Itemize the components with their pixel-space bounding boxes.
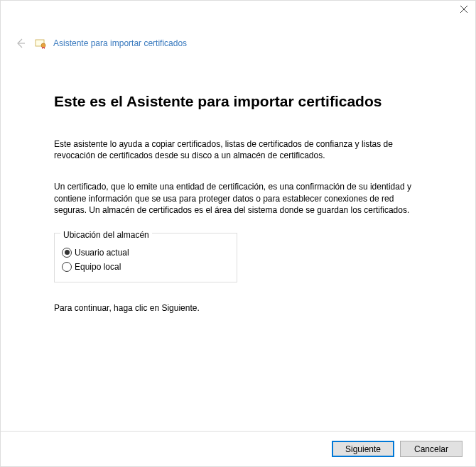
page-heading: Este es el Asistente para importar certi…	[54, 93, 422, 110]
wizard-content: Este es el Asistente para importar certi…	[1, 50, 475, 314]
radio-current-user[interactable]: Usuario actual	[62, 248, 229, 258]
cancel-button[interactable]: Cancelar	[400, 441, 463, 457]
store-location-fieldset: Ubicación del almacén Usuario actual Equ…	[54, 233, 237, 282]
certificate-icon	[35, 38, 46, 49]
wizard-title: Asistente para importar certificados	[53, 38, 187, 48]
fieldset-legend: Ubicación del almacén	[60, 230, 152, 240]
intro-paragraph-1: Este asistente lo ayuda a copiar certifi…	[54, 138, 422, 161]
close-icon[interactable]	[460, 5, 468, 13]
back-arrow-icon[interactable]	[13, 36, 28, 50]
radio-local-machine[interactable]: Equipo local	[62, 262, 229, 272]
wizard-footer: Siguiente Cancelar	[1, 431, 475, 466]
wizard-header: Asistente para importar certificados	[1, 22, 475, 50]
titlebar	[1, 1, 475, 22]
radio-label: Usuario actual	[75, 248, 129, 258]
radio-icon	[62, 262, 72, 272]
next-button[interactable]: Siguiente	[332, 441, 394, 457]
radio-label: Equipo local	[75, 262, 121, 272]
radio-icon	[62, 248, 72, 258]
intro-paragraph-2: Un certificado, que lo emite una entidad…	[54, 181, 422, 216]
continue-hint: Para continuar, haga clic en Siguiente.	[54, 302, 422, 314]
